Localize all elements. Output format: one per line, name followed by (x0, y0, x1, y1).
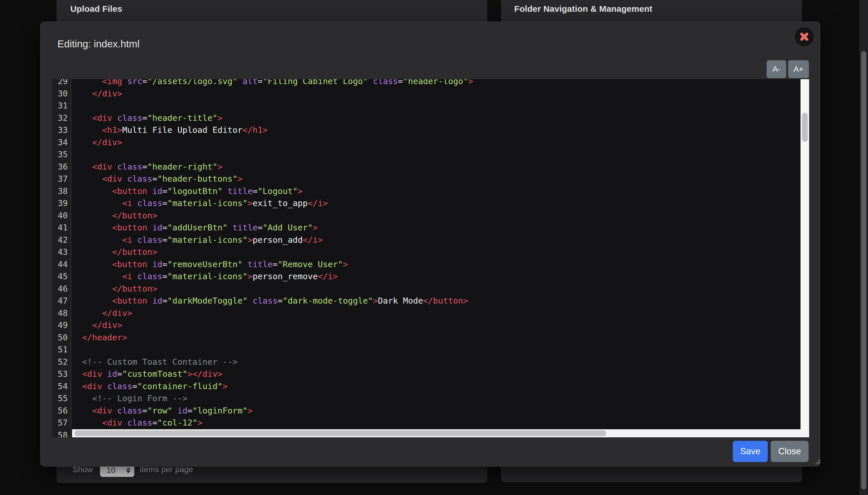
line-number: 31 (52, 100, 68, 112)
page-scrollbar-thumb[interactable] (861, 51, 866, 490)
editor-vertical-scrollbar-thumb[interactable] (802, 113, 808, 142)
code-line: <div class="col-12"> (82, 417, 473, 429)
code-line: <button id="darkModeToggle" class="dark-… (82, 295, 473, 307)
page: { "page": { "left_card": { "title": "Upl… (0, 0, 868, 495)
code-lines: <img src="/assets/logo.svg" alt="Filing … (71, 79, 473, 437)
code-line (82, 148, 473, 161)
line-number: 50 (52, 331, 68, 344)
code-line: </div> (82, 87, 473, 100)
code-line: <h1>Multi File Upload Editor</h1> (82, 124, 473, 136)
line-number: 38 (52, 185, 68, 198)
code-line: <i class="material-icons">exit_to_app</i… (82, 197, 473, 209)
line-number: 46 (52, 283, 68, 295)
modal-title: Editing: index.html (57, 38, 139, 50)
line-number: 57 (52, 417, 68, 429)
save-button[interactable]: Save (733, 441, 768, 462)
code-line: <!-- Custom Toast Container --> (82, 356, 473, 368)
line-number: 47 (52, 295, 68, 307)
modal-close-button[interactable] (795, 27, 814, 46)
code-line: </div> (82, 136, 473, 149)
code-line: <div class="header-buttons"> (82, 173, 473, 185)
code-line: <button id="logoutBtn" title="Logout"> (82, 185, 473, 198)
font-decrease-button[interactable]: A- (767, 60, 786, 78)
line-number: 34 (52, 136, 68, 149)
upload-files-title: Upload Files (70, 4, 122, 14)
code-line: <i class="material-icons">person_add</i> (82, 234, 473, 246)
code-line: <!-- Login Form --> (82, 392, 473, 405)
upload-files-panel-header: Upload Files (56, 0, 487, 18)
line-number: 39 (52, 197, 68, 209)
code-line: </button> (82, 209, 473, 222)
line-number: 58 (52, 429, 68, 438)
line-numbers: 2930313233343536373839404142434445464748… (52, 79, 68, 437)
editor-horizontal-scrollbar[interactable] (72, 429, 801, 437)
line-number: 49 (52, 319, 68, 331)
line-number: 52 (52, 356, 68, 368)
code-line: </div> (82, 307, 473, 319)
line-number: 42 (52, 234, 68, 246)
folder-navigation-title: Folder Navigation & Management (514, 4, 652, 14)
line-number: 37 (52, 173, 68, 185)
line-number: 40 (52, 209, 68, 222)
code-line (82, 100, 473, 112)
code-line: <div class="header-title"> (82, 112, 473, 124)
code-line: <div id="customToast"></div> (82, 368, 473, 380)
line-number: 44 (52, 258, 68, 271)
font-increase-button[interactable]: A+ (788, 60, 809, 78)
code-line: </button> (82, 246, 473, 258)
editor-vertical-scrollbar[interactable] (801, 79, 809, 437)
code-line: </button> (82, 283, 473, 295)
items-per-page-value: 10 (106, 466, 126, 475)
code-line: <div class="row" id="loginForm"> (82, 405, 473, 417)
line-number: 41 (52, 222, 68, 234)
line-number: 30 (52, 87, 68, 100)
line-number: 56 (52, 405, 68, 417)
line-number: 29 (52, 79, 68, 87)
code-line: </div> (82, 319, 473, 331)
editor-horizontal-scrollbar-thumb[interactable] (74, 430, 606, 436)
line-number: 53 (52, 368, 68, 380)
line-number: 43 (52, 246, 68, 258)
code-line: <button id="addUserBtn" title="Add User"… (82, 222, 473, 234)
close-button[interactable]: Close (771, 441, 808, 462)
edit-file-modal: Editing: index.html A- A+ 29303132333435… (40, 21, 820, 466)
code-line: </header> (82, 331, 473, 344)
code-line: <div class="header-right"> (82, 161, 473, 173)
code-editor[interactable]: 2930313233343536373839404142434445464748… (52, 79, 809, 437)
code-line: <div class="container-fluid"> (82, 380, 473, 393)
resize-grip-icon[interactable] (814, 458, 821, 465)
line-number: 45 (52, 270, 68, 283)
folder-navigation-panel-header: Folder Navigation & Management (501, 0, 802, 18)
line-number: 35 (52, 148, 68, 161)
code-line: <button id="removeUserBtn" title="Remove… (82, 258, 473, 271)
code-line: <img src="/assets/logo.svg" alt="Filing … (82, 79, 473, 87)
select-caret-icon (126, 467, 131, 473)
line-number: 51 (52, 343, 68, 356)
code-line: <i class="material-icons">person_remove<… (82, 270, 473, 283)
line-number: 48 (52, 307, 68, 319)
line-number: 36 (52, 161, 68, 173)
line-number: 33 (52, 124, 68, 136)
line-number: 55 (52, 392, 68, 405)
line-number: 54 (52, 380, 68, 393)
line-number: 32 (52, 112, 68, 124)
code-line (82, 343, 473, 356)
page-scrollbar[interactable] (859, 0, 868, 495)
